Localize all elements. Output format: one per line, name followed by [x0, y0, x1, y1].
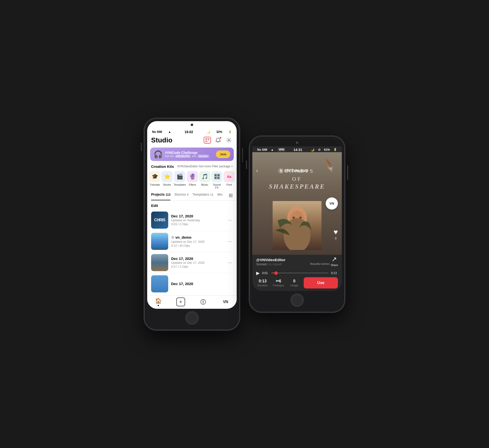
back-button[interactable]: ‹: [256, 168, 258, 174]
project-item[interactable]: Dec 17, 2020: [151, 273, 233, 294]
join-button[interactable]: Join: [216, 150, 230, 158]
stat-usage-label: Usage: [288, 284, 301, 287]
tab-templates[interactable]: Templates 11: [192, 192, 213, 200]
project-updated: Updated on Yesterday: [171, 219, 224, 222]
grid-view-button[interactable]: ⊞: [229, 192, 233, 200]
project-info: Dec 17, 2020: [171, 282, 233, 286]
project-name: Dec 17, 2020: [171, 282, 233, 286]
moon-icon-2: 🌙: [311, 148, 314, 151]
scan-button[interactable]: [203, 136, 211, 144]
progress-thumb: [274, 271, 278, 275]
template-header: ‹ ⊙ VN Template: [252, 166, 342, 176]
wifi-icon: ▲: [168, 130, 171, 134]
battery-icon: 🔋: [228, 130, 232, 133]
time-label: 19.02: [185, 130, 193, 134]
music-icon: 🎵: [199, 171, 210, 182]
project-item[interactable]: ⊙ vn_demo Updated on Dec 17, 2020 0:12 /…: [151, 231, 233, 252]
project-more-button[interactable]: ···: [227, 216, 233, 224]
tab-projects[interactable]: Projects 113: [151, 192, 170, 200]
play-button[interactable]: ▶: [256, 270, 260, 276]
share-icon: ↗: [332, 256, 337, 263]
bell-button[interactable]: [214, 136, 222, 144]
stocks-item[interactable]: ⭐ Stocks: [161, 171, 173, 189]
vn-nav[interactable]: VN: [214, 300, 237, 304]
home-button-2[interactable]: [290, 293, 304, 307]
stocks-icon: ⭐: [161, 171, 173, 182]
tab-stories[interactable]: Stories 0: [174, 192, 189, 200]
battery-icon-2: 🔋: [333, 148, 337, 151]
use-button[interactable]: Use: [304, 277, 338, 288]
stat-footages: ✂6 Footages: [272, 279, 285, 287]
project-more-button[interactable]: ···: [227, 237, 233, 245]
project-more-button[interactable]: ···: [227, 259, 233, 266]
svg-rect-1: [208, 139, 209, 139]
svg-point-9: [203, 301, 204, 302]
project-info: ⊙ vn_demo Updated on Dec 17, 2020 0:12 /…: [171, 235, 224, 247]
current-time: 0:01: [262, 271, 269, 275]
add-icon: +: [176, 298, 185, 306]
project-item[interactable]: Dec 17, 2020 Updated on Dec 17, 2020 0:2…: [151, 252, 233, 273]
banner-title: #VNCode Challenge: [165, 151, 213, 155]
vn-circle: VN: [326, 197, 338, 210]
soundfx-icon: 🎛️: [211, 171, 222, 182]
music-item[interactable]: 🎵 Music: [199, 171, 210, 189]
progress-track[interactable]: [271, 273, 329, 273]
font-item[interactable]: Aa Font: [223, 171, 235, 189]
filters-label: Filters: [189, 183, 196, 186]
templates-item[interactable]: 🎬 Templates: [174, 171, 186, 189]
like-count: 0: [335, 237, 337, 240]
edit-section-title: Edit: [151, 203, 233, 208]
stat-usage: 0 Usage: [288, 279, 301, 287]
project-info: Dec 17, 2020 Updated on Yesterday 0:03 /…: [171, 214, 224, 226]
tab-wo[interactable]: Wo: [217, 192, 223, 200]
vn-demo-icon: ⊙: [171, 235, 175, 239]
banner-text: #VNCode Challenge Get the AirPods Pro an…: [165, 151, 213, 158]
soundfx-label: Sound FX: [211, 183, 222, 189]
carrier-label-2: No SIM: [257, 148, 267, 151]
beautiful-wishes-text: Beautiful wishes: [310, 262, 330, 265]
phone-studio: No SIM ▲ 19.02 🌙 32% 🔋 Studio: [144, 118, 240, 330]
stat-duration-value: 0:13: [256, 279, 269, 283]
share-button[interactable]: ↗ Share: [331, 256, 338, 267]
home-nav[interactable]: 🏠: [147, 298, 170, 306]
like-button[interactable]: ♥ 0: [333, 228, 338, 240]
soundfx-item[interactable]: 🎛️ Sound FX: [211, 171, 222, 189]
explore-nav[interactable]: [192, 299, 214, 305]
wifi-icon-2: ▲: [271, 148, 274, 151]
app-title: Studio: [151, 136, 172, 144]
project-info: Dec 17, 2020 Updated on Dec 17, 2020 0:2…: [171, 256, 224, 268]
sonnets-title-line2: OF: [292, 175, 302, 183]
project-item[interactable]: CHRIS Dec 17, 2020 Updated on Yesterday …: [151, 210, 233, 231]
svg-rect-2: [206, 141, 207, 142]
settings-button[interactable]: [225, 136, 233, 144]
water-thumbnail: [151, 233, 168, 250]
challenge-banner[interactable]: 🎧 #VNCode Challenge Get the AirPods Pro …: [150, 148, 234, 161]
moon-icon: 🌙: [207, 130, 210, 134]
vpn-badge: VPN: [278, 148, 285, 151]
battery-label: 32%: [216, 130, 222, 134]
screen-record-icon: ⊙: [318, 148, 321, 151]
tab-projects-label: Projects: [151, 192, 165, 196]
stocks-label: Stocks: [163, 183, 171, 186]
blue-thumbnail: [151, 275, 168, 292]
airpods-badge: AirPods Pro: [175, 155, 191, 158]
tab-stories-count: 0: [187, 193, 189, 196]
heart-icon: ♥: [333, 228, 338, 236]
add-nav[interactable]: +: [170, 298, 192, 306]
home-button-ring: [187, 312, 198, 323]
bottom-nav: 🏠 + VN: [147, 295, 237, 309]
home-button[interactable]: [185, 311, 199, 325]
header-icons: [203, 136, 233, 144]
tutorials-item[interactable]: 🎓 Tutorials: [149, 171, 160, 189]
filters-item[interactable]: 🔮 Filters: [187, 171, 198, 189]
app-header: Studio: [147, 134, 237, 146]
status-bar-2: No SIM ▲ VPN 14:31 🌙 ⊙ 61% 🔋: [252, 146, 342, 152]
camera-dot: [191, 124, 193, 126]
stat-footages-value: ✂6: [272, 279, 285, 283]
project-name: Dec 17, 2020: [171, 256, 224, 261]
templates-label: Templates: [174, 183, 186, 186]
template-user[interactable]: @VNVideoEditor: [256, 258, 338, 262]
camera-dot-2: [296, 141, 298, 144]
tutorials-icon: 🎓: [149, 171, 160, 182]
creation-kits-link[interactable]: #VNVideoEditor Get more Filter package >: [177, 165, 233, 168]
